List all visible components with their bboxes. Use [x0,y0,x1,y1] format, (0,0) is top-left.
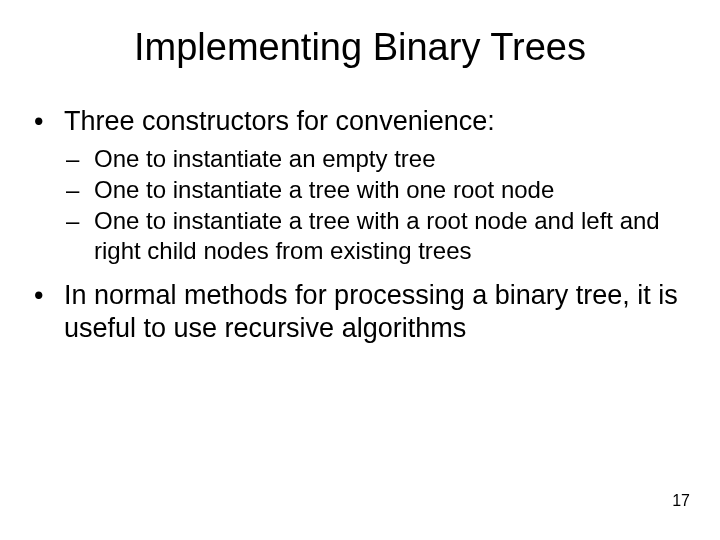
sub-text: One to instantiate a tree with one root … [94,175,690,204]
dash-icon: – [66,144,94,173]
sub-list: – One to instantiate an empty tree – One… [66,144,690,265]
bullet-dot-icon: • [30,279,64,345]
sub-text: One to instantiate an empty tree [94,144,690,173]
slide-title: Implementing Binary Trees [0,0,720,79]
sub-item: – One to instantiate a tree with a root … [66,206,690,265]
bullet-item: • Three constructors for convenience: [30,105,690,138]
bullet-item: • In normal methods for processing a bin… [30,279,690,345]
sub-item: – One to instantiate a tree with one roo… [66,175,690,204]
bullet-text: In normal methods for processing a binar… [64,279,690,345]
slide: Implementing Binary Trees • Three constr… [0,0,720,540]
slide-body: • Three constructors for convenience: – … [0,79,720,345]
sub-text: One to instantiate a tree with a root no… [94,206,690,265]
sub-item: – One to instantiate an empty tree [66,144,690,173]
bullet-text: Three constructors for convenience: [64,105,690,138]
dash-icon: – [66,206,94,265]
bullet-dot-icon: • [30,105,64,138]
page-number: 17 [672,492,690,510]
dash-icon: – [66,175,94,204]
